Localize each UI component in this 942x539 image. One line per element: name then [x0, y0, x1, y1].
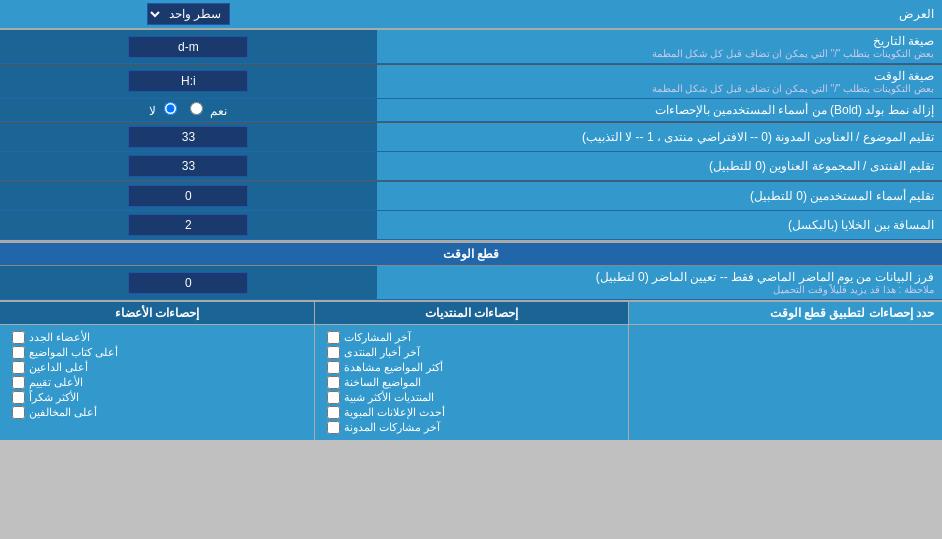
lines-select[interactable]: سطر واحد سطرين ثلاثة أسطر [147, 3, 230, 25]
stats-header-text: حدد إحصاءات لتطبيق قطع الوقت [770, 306, 934, 320]
checkbox-item-1: آخر المشاركات [323, 331, 620, 344]
cutoff-value-label: فرز البيانات من يوم الماضر الماضي فقط --… [377, 266, 942, 300]
checkbox-label-7: آخر مشاركات المدونة [344, 421, 440, 434]
time-format-note: بعض التكوينات يتطلب "/" التي يمكن ان تضا… [385, 83, 934, 94]
checkbox-11[interactable] [12, 376, 25, 389]
trim-usernames-row: تقليم أسماء المستخدمين (0 للتطبيل) [0, 182, 942, 211]
cutoff-value-row: فرز البيانات من يوم الماضر الماضي فقط --… [0, 266, 942, 300]
time-format-row: صيغة الوقت بعض التكوينات يتطلب "/" التي … [0, 65, 942, 99]
cell-spacing-row: المسافة بين الخلايا (بالبكسل) [0, 211, 942, 240]
time-format-input-cell [0, 65, 377, 99]
checkbox-12[interactable] [12, 391, 25, 404]
stats-content-row: آخر المشاركات آخر أخبار المنتدى أكثر الم… [0, 324, 942, 440]
display-label: العرض [377, 0, 942, 28]
checkbox-label-8: الأعضاء الجدد [29, 331, 90, 344]
top-select-cell: سطر واحد سطرين ثلاثة أسطر [0, 0, 377, 28]
display-title: العرض [899, 7, 934, 21]
cutoff-input-cell [0, 266, 377, 300]
trim-forum-input-cell [0, 152, 377, 181]
cutoff-input[interactable] [128, 272, 248, 294]
checkbox-8[interactable] [12, 331, 25, 344]
stats-col2-header: إحصاءات الأعضاء [0, 302, 314, 324]
checkbox-item-13: أعلى المخالفين [8, 406, 306, 419]
checkbox-9[interactable] [12, 346, 25, 359]
checkbox-item-4: المواضيع الساخنة [323, 376, 620, 389]
cell-spacing-label: المسافة بين الخلايا (بالبكسل) [377, 211, 942, 240]
stats-cell: حدد إحصاءات لتطبيق قطع الوقت إحصاءات الم… [0, 302, 942, 440]
stats-empty-col [628, 324, 942, 440]
checkbox-5[interactable] [327, 391, 340, 404]
radio-yes-label: نعم [210, 104, 227, 118]
cutoff-section-header-row: قطع الوقت [0, 242, 942, 266]
stats-row: حدد إحصاءات لتطبيق قطع الوقت إحصاءات الم… [0, 302, 942, 440]
trim-usernames-text: تقليم أسماء المستخدمين (0 للتطبيل) [750, 189, 934, 203]
bold-text: إزالة نمط بولد (Bold) من أسماء المستخدمي… [655, 103, 934, 117]
date-format-title: صيغة التاريخ [385, 34, 934, 48]
cutoff-value-text: فرز البيانات من يوم الماضر الماضي فقط --… [385, 270, 934, 284]
date-format-label: صيغة التاريخ بعض التكوينات يتطلب "/" الت… [377, 30, 942, 64]
date-format-input[interactable] [128, 36, 248, 58]
checkbox-4[interactable] [327, 376, 340, 389]
checkbox-item-12: الأكثر شكراً [8, 391, 306, 404]
checkbox-label-9: أعلى كتاب المواضيع [29, 346, 118, 359]
trim-forum-label: تقليم الفنتدى / المجموعة العناوين (0 للت… [377, 152, 942, 181]
trim-subject-label: تقليم الموضوع / العناوين المدونة (0 -- ا… [377, 123, 942, 152]
checkbox-7[interactable] [327, 421, 340, 434]
stats-header-label: حدد إحصاءات لتطبيق قطع الوقت [628, 302, 942, 324]
checkbox-item-10: أعلى الداعين [8, 361, 306, 374]
stats-col2-header-text: إحصاءات الأعضاء [115, 306, 199, 320]
trim-forum-row: تقليم الفنتدى / المجموعة العناوين (0 للت… [0, 152, 942, 181]
stats-col1-header-text: إحصاءات المنتديات [425, 306, 518, 320]
checkbox-label-1: آخر المشاركات [344, 331, 411, 344]
trim-forum-text: تقليم الفنتدى / المجموعة العناوين (0 للت… [709, 159, 934, 173]
date-format-input-cell [0, 30, 377, 64]
time-format-title: صيغة الوقت [385, 69, 934, 83]
checkbox-label-2: آخر أخبار المنتدى [344, 346, 420, 359]
checkbox-label-6: أحدث الإعلانات المبوية [344, 406, 445, 419]
checkbox-3[interactable] [327, 361, 340, 374]
date-format-note: بعض التكوينات يتطلب "/" التي يمكن ان تضا… [385, 48, 934, 59]
stats-col1-items: آخر المشاركات آخر أخبار المنتدى أكثر الم… [314, 324, 628, 440]
trim-usernames-input-cell [0, 182, 377, 211]
checkbox-item-3: أكثر المواضيع مشاهدة [323, 361, 620, 374]
trim-subject-input[interactable] [128, 126, 248, 148]
trim-forum-input[interactable] [128, 155, 248, 177]
checkbox-6[interactable] [327, 406, 340, 419]
stats-col1-header: إحصاءات المنتديات [314, 302, 628, 324]
checkbox-13[interactable] [12, 406, 25, 419]
checkbox-label-3: أكثر المواضيع مشاهدة [344, 361, 443, 374]
checkbox-item-9: أعلى كتاب المواضيع [8, 346, 306, 359]
stats-col2-items: الأعضاء الجدد أعلى كتاب المواضيع أعلى ال… [0, 324, 314, 440]
trim-subject-text: تقليم الموضوع / العناوين المدونة (0 -- ا… [582, 130, 934, 144]
checkbox-label-10: أعلى الداعين [29, 361, 88, 374]
cutoff-section-title: قطع الوقت [443, 247, 499, 261]
bold-label: إزالة نمط بولد (Bold) من أسماء المستخدمي… [377, 99, 942, 122]
trim-subject-row: تقليم الموضوع / العناوين المدونة (0 -- ا… [0, 123, 942, 152]
cell-spacing-text: المسافة بين الخلايا (بالبكسل) [788, 218, 934, 232]
radio-yes[interactable] [190, 102, 203, 115]
checkbox-10[interactable] [12, 361, 25, 374]
trim-usernames-input[interactable] [128, 185, 248, 207]
checkbox-item-5: المنتديات الأكثر شبية [323, 391, 620, 404]
date-format-row: صيغة التاريخ بعض التكوينات يتطلب "/" الت… [0, 30, 942, 64]
checkbox-1[interactable] [327, 331, 340, 344]
checkbox-item-6: أحدث الإعلانات المبوية [323, 406, 620, 419]
time-format-label: صيغة الوقت بعض التكوينات يتطلب "/" التي … [377, 65, 942, 99]
bold-radio-cell: نعم لا [0, 99, 377, 122]
checkbox-item-8: الأعضاء الجدد [8, 331, 306, 344]
radio-no[interactable] [164, 102, 177, 115]
cell-spacing-input-cell [0, 211, 377, 240]
checkbox-item-11: الأعلى تقييم [8, 376, 306, 389]
stats-header-row-inner: حدد إحصاءات لتطبيق قطع الوقت إحصاءات الم… [0, 302, 942, 324]
checkbox-2[interactable] [327, 346, 340, 359]
cutoff-section-header: قطع الوقت [0, 242, 942, 266]
time-format-input[interactable] [128, 70, 248, 92]
radio-no-label: لا [149, 104, 156, 118]
trim-usernames-label: تقليم أسماء المستخدمين (0 للتطبيل) [377, 182, 942, 211]
checkbox-item-7: آخر مشاركات المدونة [323, 421, 620, 434]
cell-spacing-input[interactable] [128, 214, 248, 236]
checkbox-label-4: المواضيع الساخنة [344, 376, 421, 389]
checkbox-label-11: الأعلى تقييم [29, 376, 83, 389]
bold-radio-row: إزالة نمط بولد (Bold) من أسماء المستخدمي… [0, 99, 942, 122]
checkbox-label-13: أعلى المخالفين [29, 406, 97, 419]
